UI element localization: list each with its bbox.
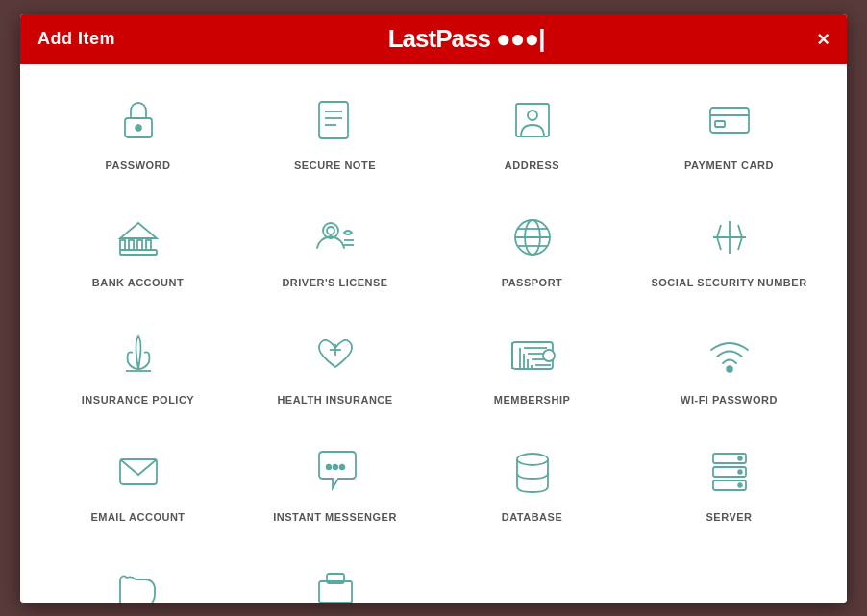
titlebar: Add Item LastPass ●●●| ×: [20, 14, 847, 64]
item-secure-note[interactable]: SECURE NOTE: [236, 74, 434, 182]
item-drivers-license[interactable]: DRIVER'S LICENSE: [236, 191, 434, 299]
svg-point-7: [528, 111, 537, 120]
lastpass-logo: LastPass ●●●|: [388, 24, 545, 54]
item-health-insurance[interactable]: HEALTH INSURANCE: [236, 308, 434, 416]
secure-note-label: SECURE NOTE: [294, 159, 376, 172]
server-label: SERVER: [706, 510, 752, 524]
email-account-label: EMAIL ACCOUNT: [90, 510, 185, 524]
svg-point-46: [333, 465, 337, 470]
svg-point-18: [327, 227, 334, 234]
instant-messenger-label: INSTANT MESSENGER: [273, 510, 397, 524]
item-social-security[interactable]: SOCIAL SECURITY NUMBER: [631, 191, 828, 299]
svg-rect-10: [715, 121, 725, 127]
payment-card-label: PAYMENT CARD: [684, 159, 774, 172]
social-security-icon: [701, 209, 758, 266]
svg-point-53: [738, 470, 742, 474]
svg-rect-8: [710, 108, 749, 133]
drivers-license-label: DRIVER'S LICENSE: [282, 276, 387, 289]
item-database[interactable]: DATABASE: [434, 426, 631, 533]
insurance-policy-label: INSURANCE POLICY: [82, 393, 194, 407]
svg-rect-14: [137, 240, 142, 250]
more1-icon: [110, 561, 167, 603]
svg-marker-16: [120, 223, 157, 238]
svg-point-48: [517, 454, 548, 465]
item-passport[interactable]: PASSPORT: [434, 191, 631, 299]
drivers-license-icon: [307, 209, 364, 266]
item-wifi-password[interactable]: WI-FI PASSWORD: [631, 308, 828, 416]
more2-icon: [307, 561, 364, 603]
svg-rect-12: [120, 240, 125, 250]
item-payment-card[interactable]: PAYMENT CARD: [631, 74, 828, 182]
item-address[interactable]: ADDRESS: [434, 74, 631, 182]
instant-messenger-icon: [307, 443, 364, 501]
svg-point-45: [326, 465, 331, 470]
svg-point-1: [136, 125, 141, 131]
items-grid-container: PASSWORDSECURE NOTEADDRESSPAYMENT CARDBA…: [20, 64, 847, 603]
item-more1[interactable]: [39, 544, 236, 603]
server-icon: [701, 443, 758, 501]
health-insurance-icon: [307, 326, 364, 383]
password-icon: [110, 91, 167, 149]
database-icon: [504, 443, 561, 501]
svg-point-43: [727, 366, 732, 372]
add-item-window: Add Item LastPass ●●●| × PASSWORDSECURE …: [20, 14, 847, 603]
item-more2[interactable]: [236, 544, 434, 603]
svg-point-42: [543, 350, 555, 361]
svg-point-52: [738, 456, 742, 460]
insurance-policy-icon: [110, 326, 167, 383]
svg-point-54: [738, 483, 742, 487]
passport-label: PASSPORT: [502, 276, 563, 289]
payment-card-icon: [701, 91, 758, 149]
secure-note-icon: [307, 91, 364, 149]
close-button[interactable]: ×: [817, 29, 830, 50]
address-label: ADDRESS: [505, 159, 559, 172]
item-password[interactable]: PASSWORD: [39, 74, 236, 182]
item-membership[interactable]: MEMBERSHIP: [434, 308, 631, 416]
address-icon: [504, 91, 561, 149]
svg-rect-2: [319, 102, 348, 138]
bank-account-label: BANK ACCOUNT: [92, 276, 184, 289]
item-bank-account[interactable]: BANK ACCOUNT: [39, 191, 236, 299]
membership-icon: [504, 326, 561, 383]
database-label: DATABASE: [502, 510, 562, 524]
items-grid: PASSWORDSECURE NOTEADDRESSPAYMENT CARDBA…: [39, 74, 828, 603]
window-title: Add Item: [37, 29, 115, 49]
bank-account-icon: [110, 209, 167, 266]
svg-rect-55: [319, 581, 352, 603]
health-insurance-label: HEALTH INSURANCE: [277, 393, 392, 407]
wifi-password-label: WI-FI PASSWORD: [681, 393, 778, 407]
wifi-password-icon: [701, 326, 758, 383]
membership-label: MEMBERSHIP: [494, 393, 571, 407]
svg-rect-13: [129, 240, 134, 250]
item-server[interactable]: SERVER: [631, 426, 828, 533]
item-insurance-policy[interactable]: INSURANCE POLICY: [39, 308, 236, 416]
svg-rect-15: [146, 240, 151, 250]
passport-icon: [504, 209, 561, 266]
item-email-account[interactable]: EMAIL ACCOUNT: [39, 426, 236, 533]
svg-point-47: [339, 465, 344, 470]
item-instant-messenger[interactable]: INSTANT MESSENGER: [236, 426, 434, 533]
social-security-label: SOCIAL SECURITY NUMBER: [651, 276, 806, 289]
password-label: PASSWORD: [106, 159, 171, 172]
email-account-icon: [110, 443, 167, 501]
